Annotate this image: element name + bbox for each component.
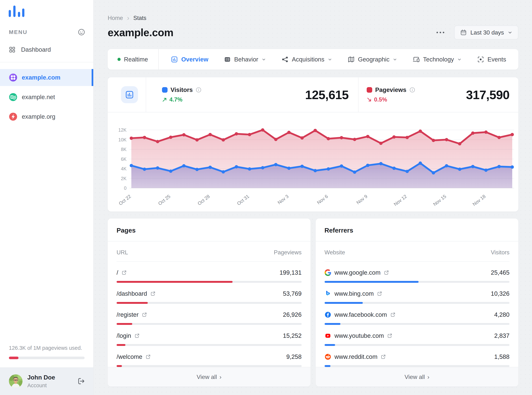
sidebar-site-example-org[interactable]: example.org: [0, 108, 93, 125]
external-link-icon[interactable]: [377, 291, 382, 296]
svg-text:Oct 28: Oct 28: [196, 194, 211, 206]
page-url: /dashboard: [117, 290, 147, 297]
svg-text:Nov 15: Nov 15: [432, 194, 447, 207]
svg-text:Oct 31: Oct 31: [236, 194, 250, 206]
svg-text:4K: 4K: [121, 166, 127, 171]
app-logo-icon: [9, 5, 93, 17]
external-link-icon[interactable]: [134, 333, 140, 338]
tab-events[interactable]: Events: [477, 56, 506, 63]
trend-down-icon: [367, 97, 372, 102]
external-link-icon[interactable]: [122, 270, 127, 275]
usage-text: 126.3K of 1M pageviews used.: [9, 345, 84, 351]
site-label: example.org: [22, 113, 56, 120]
analytics-app: MENU Dashboard: [0, 0, 532, 395]
table-row: / 199,131: [117, 269, 302, 283]
reddit-icon: [325, 353, 331, 360]
referrer-site: www.reddit.com: [335, 353, 378, 360]
events-focus-icon: [477, 56, 484, 63]
pageviews-swatch: [367, 87, 372, 93]
theme-toggle-icon[interactable]: [78, 28, 85, 36]
referrers-card: Referrers Website Visitors: [316, 219, 519, 386]
pageviews-stat: Pageviews 0.5%: [358, 77, 518, 112]
referrers-view-all-button[interactable]: View all ›: [316, 367, 519, 386]
svg-text:12K: 12K: [118, 127, 127, 132]
sidebar-item-dashboard[interactable]: Dashboard: [9, 46, 93, 62]
sites-list: example.com example.net ex: [0, 62, 93, 125]
pages-col-pageviews: Pageviews: [274, 249, 302, 256]
referrer-bar: [325, 302, 510, 304]
table-row: /welcome 9,258: [117, 353, 302, 367]
chevron-down-icon: [393, 57, 397, 62]
info-icon[interactable]: [409, 87, 415, 93]
referrers-rows: www.google.com 25,465: [316, 262, 519, 367]
pageviews-label: Pageviews: [375, 86, 406, 93]
menu-heading: MENU: [9, 29, 27, 35]
site-bolt-icon: [9, 112, 17, 121]
chevron-down-icon: [328, 57, 332, 62]
page-url: /: [117, 269, 118, 276]
tab-label: Technology: [423, 56, 454, 63]
referrer-site: www.youtube.com: [335, 332, 384, 339]
external-link-icon[interactable]: [150, 291, 156, 296]
page-bar: [117, 302, 302, 304]
referrer-bar: [325, 281, 510, 283]
referrers-col-website: Website: [325, 249, 345, 256]
pageviews-value: 317,590: [466, 88, 510, 102]
table-row: www.reddit.com 1,588: [325, 353, 510, 367]
logout-icon[interactable]: [77, 377, 85, 385]
overview-chart-icon: [171, 56, 178, 63]
sidebar-site-example-net[interactable]: example.net: [0, 89, 93, 106]
tab-geographic[interactable]: Geographic: [348, 56, 397, 63]
tab-label: Overview: [181, 56, 208, 63]
bing-icon: [325, 290, 331, 297]
tab-label: Geographic: [358, 56, 390, 63]
tab-acquisitions[interactable]: Acquisitions: [281, 56, 332, 63]
info-icon[interactable]: [196, 87, 202, 93]
svg-text:Nov 9: Nov 9: [355, 194, 368, 205]
table-row: /login 15,252: [117, 332, 302, 346]
account-role: Account: [27, 383, 73, 389]
breadcrumb-home[interactable]: Home: [108, 15, 123, 22]
external-link-icon[interactable]: [142, 312, 147, 317]
tab-overview[interactable]: Overview: [171, 56, 208, 63]
chevron-down-icon: [508, 30, 512, 35]
sidebar: MENU Dashboard: [0, 0, 93, 395]
page-url: /welcome: [117, 353, 142, 360]
tab-realtime[interactable]: Realtime: [108, 49, 158, 70]
avatar: [9, 374, 22, 388]
svg-text:Oct 25: Oct 25: [157, 194, 171, 206]
site-clover-icon: [9, 73, 17, 82]
page-bar: [117, 344, 302, 346]
site-label: example.com: [22, 74, 60, 81]
visitors-stat: Visitors 4.7%: [154, 77, 358, 112]
referrer-bar: [325, 365, 510, 367]
referrer-site: www.bing.com: [335, 290, 374, 297]
tab-behavior[interactable]: Behavior: [224, 56, 266, 63]
account-section[interactable]: John Doe Account: [0, 367, 93, 395]
page-url: /register: [117, 311, 139, 318]
pages-card-title: Pages: [108, 219, 311, 241]
page-pageviews: 9,258: [286, 353, 302, 360]
referrer-bar: [325, 344, 510, 346]
chevron-down-icon: [457, 57, 462, 62]
external-link-icon[interactable]: [146, 354, 151, 359]
date-range-button[interactable]: Last 30 days: [454, 26, 518, 39]
sidebar-site-example-com[interactable]: example.com: [0, 69, 93, 86]
tab-technology[interactable]: Technology: [413, 56, 462, 63]
acquisitions-branch-icon: [281, 56, 289, 63]
usage-meter: 126.3K of 1M pageviews used.: [0, 345, 93, 359]
pages-view-all-button[interactable]: View all ›: [108, 367, 311, 386]
visitors-value: 125,615: [305, 88, 349, 102]
more-options-icon[interactable]: [435, 30, 446, 35]
stats-row: Visitors 4.7%: [108, 77, 518, 112]
calendar-icon: [460, 29, 467, 36]
realtime-dot-icon: [118, 58, 121, 61]
table-row: /register 26,926: [117, 311, 302, 325]
external-link-icon[interactable]: [387, 333, 392, 338]
external-link-icon[interactable]: [384, 270, 389, 275]
site-label: example.net: [22, 93, 55, 101]
external-link-icon[interactable]: [381, 354, 386, 359]
stats-chart-icon: [121, 86, 138, 103]
technology-devices-icon: [413, 56, 420, 63]
external-link-icon[interactable]: [390, 312, 396, 317]
